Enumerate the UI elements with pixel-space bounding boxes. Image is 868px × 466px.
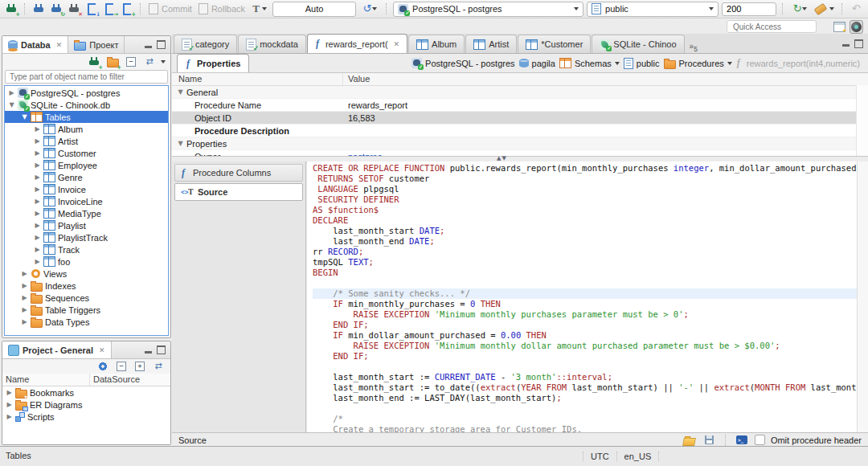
source-code-viewer[interactable]: CREATE OR REPLACE FUNCTION public.reward… bbox=[307, 161, 858, 432]
project-settings-button[interactable] bbox=[96, 359, 110, 374]
close-icon[interactable]: ✕ bbox=[56, 41, 63, 49]
sql-console-button[interactable]: → bbox=[102, 2, 117, 16]
close-icon[interactable]: ✕ bbox=[394, 40, 400, 48]
load-from-file-button[interactable] bbox=[682, 433, 697, 448]
tree-item-table-triggers[interactable]: ▶Table Triggers bbox=[5, 304, 168, 316]
chevron-down-icon[interactable] bbox=[727, 62, 732, 65]
tab-database-navigator[interactable]: Databa ✕ bbox=[2, 36, 68, 53]
collapse-all-button[interactable] bbox=[124, 55, 138, 69]
tree-item-tables[interactable]: ▼Tables bbox=[5, 111, 168, 123]
tree-item-invoice[interactable]: ▶Invoice bbox=[5, 183, 168, 195]
tab-projects[interactable]: Проект bbox=[68, 36, 125, 53]
project-link-button[interactable]: ⇄ bbox=[151, 359, 166, 374]
editor-tab-artist[interactable]: Artist bbox=[465, 35, 517, 53]
side-tab-source[interactable]: Source bbox=[174, 183, 303, 201]
dbeaver-perspective-button[interactable] bbox=[850, 20, 863, 34]
close-icon[interactable]: ✕ bbox=[99, 346, 105, 354]
expander-icon[interactable]: ▶ bbox=[6, 413, 13, 420]
expander-icon[interactable]: ▶ bbox=[34, 222, 41, 229]
object-filter-input[interactable] bbox=[5, 70, 168, 84]
project-item-bookmarks[interactable]: ▶Bookmarks bbox=[2, 386, 170, 399]
reconnect-button[interactable]: ↻ bbox=[49, 2, 63, 16]
side-tab-procedure-columns[interactable]: Procedure Columns bbox=[174, 164, 303, 182]
breadcrumb-item-postgresql-postgres[interactable]: PostgreSQL - postgres bbox=[411, 58, 514, 68]
tree-item-album[interactable]: ▶Album bbox=[5, 123, 168, 135]
sql-editor-button[interactable]: ↓ bbox=[84, 2, 99, 16]
tab-properties[interactable]: Properties bbox=[177, 54, 249, 72]
nav-new-connection-button[interactable]: + bbox=[87, 55, 101, 69]
property-row-properties[interactable]: ▼Properties bbox=[172, 137, 868, 150]
tree-item-employee[interactable]: ▶Employee bbox=[5, 159, 168, 171]
new-sql-editor-button[interactable]: + bbox=[120, 2, 134, 16]
properties-scrollbar[interactable] bbox=[856, 85, 868, 157]
breadcrumb-item-public[interactable]: public bbox=[624, 58, 660, 69]
refresh-button[interactable]: ↻ bbox=[789, 2, 810, 16]
tree-item-indexes[interactable]: ▶Indexes bbox=[5, 280, 168, 292]
expander-icon[interactable]: ▶ bbox=[34, 258, 41, 265]
disconnect-button[interactable]: ✕ bbox=[67, 2, 81, 16]
new-connection-button[interactable]: + bbox=[4, 2, 18, 16]
tree-item-track[interactable]: ▶Track bbox=[5, 243, 168, 255]
status-timezone[interactable]: UTC bbox=[583, 452, 616, 461]
project-item-scripts[interactable]: ▶Scripts bbox=[2, 411, 170, 423]
expander-icon[interactable]: ▶ bbox=[6, 401, 13, 408]
quick-access-input[interactable] bbox=[727, 20, 817, 33]
link-with-editor-button[interactable]: ⇄ bbox=[142, 55, 157, 69]
expander-icon[interactable]: ▶ bbox=[34, 186, 41, 193]
chevron-down-icon[interactable] bbox=[615, 62, 620, 65]
expander-icon[interactable]: ▼ bbox=[177, 88, 184, 96]
expander-icon[interactable]: ▶ bbox=[21, 270, 28, 277]
expander-icon[interactable]: ▼ bbox=[8, 101, 15, 108]
erase-button[interactable] bbox=[813, 2, 836, 16]
active-connection-select[interactable]: PostgreSQL - postgres bbox=[393, 2, 583, 17]
property-row-general[interactable]: ▼General bbox=[172, 86, 868, 99]
breadcrumb-item-procedures[interactable]: Procedures bbox=[664, 58, 732, 69]
tab-project-general[interactable]: Project - General ✕ bbox=[2, 341, 112, 358]
tree-item-genre[interactable]: ▶Genre bbox=[5, 171, 168, 183]
property-row-object-id[interactable]: Object ID16,583 bbox=[172, 112, 868, 125]
tree-item-data-types[interactable]: ▶Data Types bbox=[5, 316, 168, 328]
tree-item-foo[interactable]: ▶foo bbox=[5, 255, 168, 268]
commit-button[interactable]: Commit bbox=[147, 3, 194, 14]
status-locale[interactable]: en_US bbox=[616, 452, 660, 461]
breadcrumb-item-pagila[interactable]: pagila bbox=[519, 59, 555, 68]
expander-icon[interactable]: ▶ bbox=[21, 282, 28, 289]
expander-icon[interactable]: ▶ bbox=[34, 174, 41, 181]
expander-icon[interactable]: ▶ bbox=[34, 125, 41, 133]
tree-item-artist[interactable]: ▶Artist bbox=[5, 135, 168, 147]
breadcrumb-item-rewards-report-int4-numeric[interactable]: rewards_report(int4,numeric) bbox=[736, 58, 860, 68]
tree-item-customer[interactable]: ▶Customer bbox=[5, 147, 168, 159]
tab-overflow-indicator[interactable]: »5 bbox=[690, 42, 698, 53]
transaction-history-button[interactable]: ↺ bbox=[359, 2, 380, 16]
tree-item-invoiceline[interactable]: ▶InvoiceLine bbox=[5, 195, 168, 207]
project-item-er-diagrams[interactable]: ▶ER Diagrams bbox=[2, 399, 170, 411]
editor-tab-album[interactable]: Album bbox=[408, 35, 465, 53]
tree-item-sqlite-chinook-db[interactable]: ▼SQLite - Chinook.db bbox=[5, 99, 168, 111]
tree-item-mediatype[interactable]: ▶MediaType bbox=[5, 207, 168, 219]
open-in-sql-console-button[interactable] bbox=[735, 433, 749, 448]
maximize-icon[interactable] bbox=[157, 345, 166, 354]
undo-button[interactable]: ↶ bbox=[849, 2, 863, 16]
tree-item-postgresql-postgres[interactable]: ▶PostgreSQL - postgres bbox=[5, 87, 168, 99]
property-row-procedure-name[interactable]: Procedure Namerewards_report bbox=[172, 99, 868, 112]
expander-icon[interactable]: ▶ bbox=[34, 149, 41, 157]
nav-new-folder-button[interactable]: + bbox=[105, 55, 120, 69]
tree-item-views[interactable]: ▶Views bbox=[5, 268, 168, 280]
breadcrumb-item-schemas[interactable]: Schemas bbox=[559, 58, 620, 68]
editor-tab-rewards-report[interactable]: rewards_report(✕ bbox=[307, 34, 407, 53]
expander-icon[interactable]: ▶ bbox=[34, 234, 41, 241]
editor-tab-customer[interactable]: *Customer bbox=[518, 35, 591, 53]
tree-item-sequences[interactable]: ▶Sequences bbox=[5, 292, 168, 304]
source-scrollbar[interactable] bbox=[857, 161, 868, 432]
project-collapse-button[interactable] bbox=[114, 359, 129, 374]
minimize-icon[interactable] bbox=[842, 44, 850, 47]
minimize-icon[interactable] bbox=[145, 46, 152, 48]
transaction-log-button[interactable]: T bbox=[250, 2, 269, 16]
expander-icon[interactable]: ▶ bbox=[34, 161, 41, 169]
minimize-icon[interactable] bbox=[145, 351, 152, 354]
expander-icon[interactable]: ▶ bbox=[6, 389, 13, 396]
project-expand-button[interactable] bbox=[133, 359, 147, 374]
expander-icon[interactable]: ▶ bbox=[34, 210, 41, 217]
splitter-handle-icon[interactable]: ▲▼ bbox=[497, 155, 507, 161]
expander-icon[interactable]: ▶ bbox=[21, 318, 28, 325]
